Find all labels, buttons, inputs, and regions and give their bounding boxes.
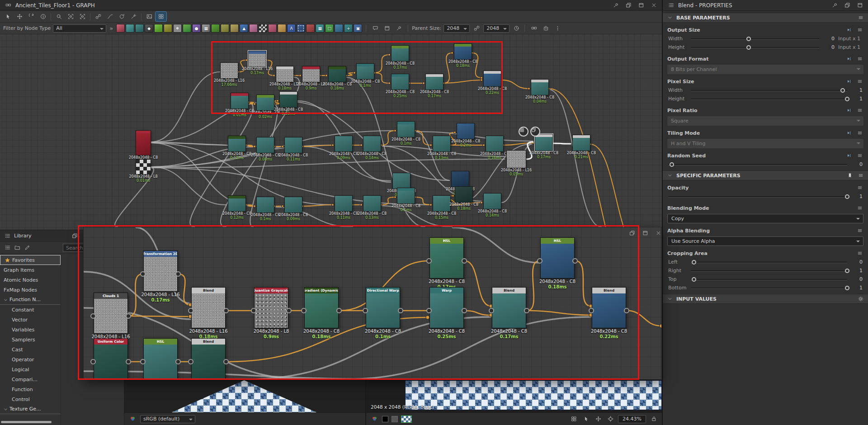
- node-type-checker-icon[interactable]: [259, 24, 267, 33]
- node-type-curve-icon[interactable]: [164, 24, 172, 33]
- graph-node[interactable]: 2048x2048 - C80.02ms: [256, 94, 274, 111]
- expose-icon[interactable]: [845, 129, 853, 137]
- link-mode-icon[interactable]: [93, 12, 104, 21]
- slider-value[interactable]: 0: [823, 44, 835, 50]
- slider-knob[interactable]: [746, 45, 751, 50]
- expose-icon[interactable]: [845, 78, 853, 85]
- graph-node-blend[interactable]: Blend2048x2048 - L160.18ms: [191, 287, 226, 328]
- slider-track[interactable]: [668, 194, 847, 200]
- slider-knob[interactable]: [746, 37, 751, 41]
- view-move-icon[interactable]: [594, 415, 603, 424]
- library-item-operator[interactable]: Operator: [0, 354, 61, 364]
- node-type-tile-sampler-icon[interactable]: ▦: [316, 24, 324, 33]
- graph-node[interactable]: 2048x2048 - C80.22ms: [483, 71, 501, 87]
- graph-node[interactable]: 2048x2048 - C80.21ms: [572, 135, 590, 151]
- slider-knob[interactable]: [692, 260, 696, 264]
- pan-view-icon[interactable]: [14, 12, 25, 21]
- graph-node[interactable]: 2048x2048 - C80.19ms: [451, 171, 469, 187]
- node-type-pixel-processor-icon[interactable]: +: [344, 24, 353, 33]
- menu-icon[interactable]: [856, 204, 863, 212]
- slider-value[interactable]: 0: [823, 36, 835, 42]
- node-type-grayscale-conversion-icon[interactable]: ▦: [202, 24, 210, 33]
- graph-node[interactable]: 2048x2048 - C80.12ms: [228, 136, 246, 152]
- graph-node[interactable]: 2048x2048 - L160.17ms: [248, 51, 266, 67]
- menu-icon[interactable]: [856, 26, 863, 33]
- graph-node[interactable]: 2048x2048 - C80.16ms: [486, 136, 504, 152]
- slider-track[interactable]: [691, 268, 847, 274]
- node-type-tile-generator-icon[interactable]: [268, 24, 277, 33]
- library-item-logical[interactable]: Logical: [0, 364, 61, 374]
- graph-node-hsl[interactable]: HSL2048x2048 - C80.18ms: [540, 237, 575, 279]
- library-item-graph-items[interactable]: Graph Items: [0, 265, 61, 275]
- graph-node[interactable]: 2048x2048 - C80.17ms: [391, 45, 409, 61]
- node-type-sharpen-icon[interactable]: [221, 24, 229, 33]
- graph-node-quantize-grayscale[interactable]: Quantize Grayscale2048x2048 - L80.9ms: [254, 287, 288, 328]
- graph-node[interactable]: 2048x2048 - C80.08ms: [256, 137, 274, 153]
- library-folder-icon[interactable]: [13, 243, 22, 252]
- slider-knob[interactable]: [692, 277, 696, 282]
- slider-value[interactable]: 0: [851, 161, 863, 167]
- close-icon[interactable]: [649, 1, 658, 10]
- menu-icon[interactable]: [856, 250, 863, 257]
- pin-icon[interactable]: [830, 1, 839, 10]
- expose-icon[interactable]: [845, 107, 853, 114]
- graph-node[interactable]: 2048x2048 - C80.01ms: [231, 93, 249, 109]
- texture-thumbnail[interactable]: [401, 416, 412, 423]
- menu-icon[interactable]: [856, 129, 863, 137]
- graph-node[interactable]: 2048x2048 - C80.13ms: [363, 195, 381, 212]
- refresh-graph-icon[interactable]: [116, 12, 127, 21]
- select-tool-icon[interactable]: [2, 12, 13, 21]
- graph-node[interactable]: 2048x2048 - L1617.66ms: [220, 62, 238, 79]
- graph-node[interactable]: 2048x2048 - C80.07ms: [392, 173, 410, 189]
- slider-value[interactable]: 1: [851, 194, 863, 199]
- library-item-function[interactable]: Function: [0, 384, 61, 394]
- more-options-icon[interactable]: [552, 24, 563, 33]
- menu-icon[interactable]: [856, 107, 863, 114]
- slider-value[interactable]: 1: [851, 96, 863, 102]
- node-type-text-icon[interactable]: A: [287, 24, 296, 33]
- dropdown-copy[interactable]: Copy: [667, 214, 863, 223]
- node-type-emboss-icon[interactable]: [230, 24, 239, 33]
- snap-grid-icon[interactable]: [156, 12, 166, 21]
- add-pin-icon[interactable]: [393, 24, 404, 33]
- float-icon[interactable]: [843, 1, 852, 10]
- float-icon[interactable]: [627, 228, 637, 237]
- slider-track[interactable]: [691, 44, 819, 51]
- graph-node[interactable]: 2048x2048 - C80.14ms: [363, 136, 381, 152]
- library-item-control[interactable]: Control: [0, 394, 61, 404]
- filter-dropdown[interactable]: All: [53, 24, 106, 33]
- graph-node-blend[interactable]: Blend2048x2048 - C80.17ms: [492, 287, 526, 328]
- graph-node[interactable]: 2048x2048 - C80.1ms: [397, 121, 415, 137]
- zoom-level-field[interactable]: 24.43%: [618, 415, 646, 423]
- size-dropdown[interactable]: 2048: [483, 24, 509, 33]
- slider-knob[interactable]: [840, 88, 845, 93]
- fit-all-icon[interactable]: [77, 12, 88, 21]
- max-icon[interactable]: [855, 1, 864, 10]
- node-type-scatter-icon[interactable]: [306, 24, 315, 33]
- slider-value[interactable]: 1: [851, 285, 863, 291]
- graph-node[interactable]: 2048x2048 - L80.9ms: [302, 66, 320, 82]
- section-specific-parameters[interactable]: SPECIFIC PARAMETERS: [663, 170, 868, 180]
- graph-node[interactable]: 2048x2048 - C80.1ms: [256, 197, 274, 213]
- graph-node[interactable]: 2048x2048 - L160.18ms: [276, 66, 294, 82]
- color-management-icon[interactable]: [370, 415, 379, 424]
- node-type-frame-icon[interactable]: ▣: [354, 24, 362, 33]
- graph-node[interactable]: 2048x2048 - C80.17ms: [425, 74, 443, 90]
- graph-node[interactable]: 2048x2048 - C80.2ms: [457, 123, 475, 139]
- graph-node[interactable]: 2048x2048 - C80.12ms: [228, 195, 246, 212]
- node-type-transformation-icon[interactable]: [173, 24, 182, 33]
- node-type-gradient-map-icon[interactable]: [183, 24, 191, 33]
- graph-node[interactable]: 2048x2048 - C80.15ms: [433, 195, 451, 212]
- rotate-view-icon[interactable]: [26, 12, 37, 21]
- slider-knob[interactable]: [845, 269, 849, 273]
- graph-node[interactable]: 2048x2048 - C80.03ms: [279, 91, 297, 108]
- chevron-down-icon[interactable]: [4, 407, 8, 411]
- screenshot-icon[interactable]: [144, 12, 155, 21]
- graph-node-uniform-color[interactable]: Uniform Color: [94, 338, 128, 379]
- menu-icon[interactable]: [856, 227, 863, 234]
- dependencies-icon[interactable]: [528, 24, 539, 33]
- compute-time-icon[interactable]: [512, 24, 521, 33]
- color-management-icon[interactable]: [128, 415, 137, 424]
- slider-knob[interactable]: [670, 162, 674, 167]
- graph-node[interactable]: 2048x2048 - C80.1ms: [397, 188, 415, 204]
